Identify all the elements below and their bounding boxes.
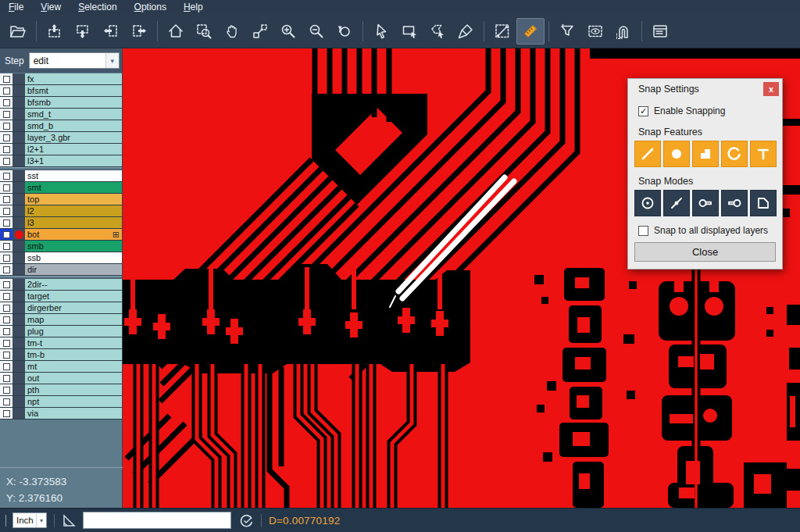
layer-visibility-checkbox[interactable] <box>0 314 12 325</box>
layer-row-smd_t[interactable]: smd_t <box>0 109 122 120</box>
layer-marker-cell[interactable] <box>12 73 25 84</box>
layer-visibility-checkbox[interactable] <box>0 302 12 313</box>
layer-name[interactable]: mt <box>25 361 122 372</box>
measure-points-icon[interactable] <box>488 18 516 45</box>
layer-marker-cell[interactable] <box>12 252 25 263</box>
layer-visibility-checkbox[interactable] <box>0 217 12 228</box>
layer-row-fx[interactable]: fx <box>0 73 122 85</box>
layer-name[interactable]: npt <box>25 396 122 407</box>
layer-row-layer_3.gbr[interactable]: layer_3.gbr <box>0 132 122 144</box>
layer-row-plug[interactable]: plug <box>0 326 122 337</box>
layer-visibility-checkbox[interactable] <box>0 396 12 407</box>
layer-name[interactable]: via <box>25 408 122 419</box>
angle-measure-icon[interactable] <box>62 513 77 528</box>
layer-visibility-checkbox[interactable] <box>0 326 12 337</box>
menu-options[interactable]: Options <box>126 0 175 14</box>
dialog-title-bar[interactable]: Snap Settings x <box>628 79 782 99</box>
layer-row-tm-b[interactable]: tm-b <box>0 349 122 361</box>
layer-name[interactable]: l3+1 <box>25 155 122 166</box>
layer-row-npt[interactable]: npt <box>0 396 122 408</box>
layer-row-ssb[interactable]: ssb <box>0 252 122 264</box>
layer-name[interactable]: map <box>25 314 122 325</box>
layer-row-smd_b[interactable]: smd_b <box>0 120 122 132</box>
layer-visibility-checkbox[interactable] <box>0 241 12 252</box>
layer-marker-cell[interactable] <box>12 205 25 216</box>
layer-row-l2+1[interactable]: l2+1 <box>0 144 122 155</box>
zoom-previous-icon[interactable] <box>330 18 359 45</box>
layer-name[interactable]: smd_t <box>25 109 122 120</box>
menu-view[interactable]: View <box>32 0 70 14</box>
layer-name[interactable]: l3 <box>25 217 122 228</box>
apply-check-icon[interactable] <box>239 513 254 528</box>
layer-visibility-checkbox[interactable] <box>0 97 12 108</box>
enable-snapping-checkbox[interactable]: ✓ <box>638 106 648 116</box>
layer-row-smt[interactable]: smt <box>0 182 122 194</box>
layer-visibility-checkbox[interactable] <box>0 337 12 348</box>
layer-marker-cell[interactable] <box>12 264 25 275</box>
layer-row-top[interactable]: top <box>0 194 122 205</box>
close-button[interactable]: Close <box>634 242 776 262</box>
import-bottom-icon[interactable] <box>69 18 97 45</box>
select-rectangle-icon[interactable] <box>395 18 423 45</box>
layer-name[interactable]: target <box>25 291 122 302</box>
layer-row-map[interactable]: map <box>0 314 122 326</box>
layer-visibility-checkbox[interactable] <box>0 291 12 302</box>
step-dropdown[interactable]: edit ▾ <box>29 52 120 69</box>
layer-visibility-checkbox[interactable] <box>0 155 12 166</box>
layer-name[interactable]: l2+1 <box>25 144 122 155</box>
snap-magnet-icon[interactable] <box>609 18 638 45</box>
layer-name[interactable]: layer_3.gbr <box>25 132 122 143</box>
layer-row-via[interactable]: via <box>0 408 122 420</box>
snap-mode-key-left-icon[interactable] <box>721 190 748 216</box>
layer-row-l2[interactable]: l2 <box>0 205 122 217</box>
pan-hand-icon[interactable] <box>218 18 246 45</box>
layer-marker-cell[interactable] <box>12 384 25 395</box>
zoom-window-icon[interactable] <box>190 18 218 45</box>
layer-name[interactable]: dirgerber <box>25 302 122 313</box>
layer-row-l3+1[interactable]: l3+1 <box>0 155 122 167</box>
layer-marker-cell[interactable] <box>12 97 25 108</box>
layer-visibility-checkbox[interactable] <box>0 373 12 384</box>
layer-marker-cell[interactable] <box>12 314 25 325</box>
layer-marker-cell[interactable] <box>12 170 25 181</box>
layer-name[interactable]: bfsmt <box>25 85 122 96</box>
layer-row-bfsmt[interactable]: bfsmt <box>0 85 122 97</box>
import-top-icon[interactable] <box>41 18 69 45</box>
filter-funnel-icon[interactable] <box>553 18 581 45</box>
open-folder-icon[interactable] <box>4 18 32 45</box>
layer-marker-cell[interactable] <box>12 182 25 193</box>
menu-file[interactable]: File <box>0 0 32 14</box>
layer-marker-cell[interactable] <box>12 349 25 360</box>
layer-marker-cell[interactable] <box>12 396 25 407</box>
clean-brush-icon[interactable] <box>452 18 480 45</box>
layer-name[interactable]: sst <box>25 170 122 181</box>
layer-marker-cell[interactable] <box>12 194 25 205</box>
layer-visibility-checkbox[interactable] <box>0 349 12 360</box>
layer-marker-cell[interactable] <box>12 302 25 313</box>
layer-marker-cell[interactable] <box>12 241 25 252</box>
layer-visibility-checkbox[interactable] <box>0 264 12 275</box>
snap-feature-arc-icon[interactable] <box>721 141 748 167</box>
transform-move-icon[interactable] <box>246 18 274 45</box>
layer-name[interactable]: tm-b <box>25 349 122 360</box>
snap-all-layers-checkbox[interactable] <box>638 226 648 236</box>
menu-selection[interactable]: Selection <box>70 0 125 14</box>
layer-visibility-checkbox[interactable] <box>0 252 12 263</box>
layer-visibility-checkbox[interactable] <box>0 279 12 290</box>
layer-marker-cell[interactable] <box>12 217 25 228</box>
snap-mode-key-right-icon[interactable] <box>692 190 719 216</box>
layer-row-dirgerber[interactable]: dirgerber <box>0 302 122 314</box>
layer-name[interactable]: out <box>25 373 122 384</box>
snap-mode-center-point-icon[interactable] <box>634 190 661 216</box>
import-right-icon[interactable] <box>125 18 153 45</box>
layer-name[interactable]: top <box>25 194 122 205</box>
layer-row-dir[interactable]: dir <box>0 264 122 276</box>
snap-mode-line-point-icon[interactable] <box>663 190 690 216</box>
layer-marker-cell[interactable] <box>12 144 25 155</box>
layer-visibility-checkbox[interactable] <box>0 132 12 143</box>
snap-mode-polygon-outline-icon[interactable] <box>750 190 777 216</box>
layer-name[interactable]: fx <box>25 73 122 84</box>
layer-marker-cell[interactable] <box>12 120 25 131</box>
layer-visibility-checkbox[interactable] <box>0 408 12 419</box>
layer-name[interactable]: bot⊞ <box>25 229 122 240</box>
